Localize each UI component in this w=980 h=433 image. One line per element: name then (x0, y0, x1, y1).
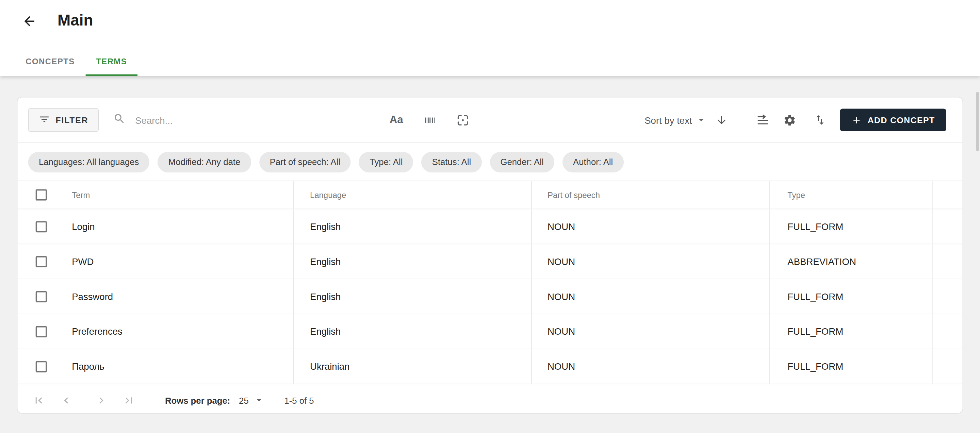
sort-direction-button[interactable] (716, 114, 727, 126)
sort-by-select[interactable]: Sort by text (644, 114, 707, 125)
term-cell: Пароль (72, 361, 105, 372)
column-header-overflow (932, 181, 963, 209)
barcode-icon[interactable] (423, 113, 436, 127)
type-cell: FULL_FORM (769, 279, 932, 314)
last-page-button[interactable] (123, 394, 135, 406)
table-header: Term Language Part of speech Type (18, 181, 962, 209)
chip-modified[interactable]: Modified: Any date (158, 151, 251, 172)
table-row[interactable]: Login English NOUN FULL_FORM (18, 209, 962, 244)
language-cell: English (293, 209, 531, 244)
part-of-speech-cell: NOUN (531, 209, 769, 244)
type-cell: FULL_FORM (769, 314, 932, 349)
table-row[interactable]: PWD English NOUN ABBREVIATION (18, 244, 962, 279)
focus-frame-icon[interactable] (456, 113, 469, 127)
filter-icon (39, 113, 50, 127)
type-cell: FULL_FORM (769, 209, 932, 244)
language-cell: English (293, 314, 531, 349)
terms-card: FILTER Aa Sort by text (17, 97, 963, 414)
row-checkbox[interactable] (36, 256, 47, 267)
table-row[interactable]: Preferences English NOUN FULL_FORM (18, 314, 962, 349)
chip-gender[interactable]: Gender: All (490, 151, 554, 172)
pagination-range-label: 1-5 of 5 (284, 395, 314, 405)
term-cell: Login (72, 221, 95, 232)
rows-per-page-value: 25 (239, 395, 249, 405)
part-of-speech-cell: NOUN (531, 279, 769, 314)
overflow-cell (932, 244, 963, 279)
part-of-speech-cell: NOUN (531, 349, 769, 384)
term-cell: Preferences (72, 326, 123, 337)
next-page-button[interactable] (95, 394, 108, 406)
chip-status[interactable]: Status: All (422, 151, 482, 172)
caret-down-icon (253, 395, 264, 406)
column-header-type: Type (769, 181, 932, 209)
table-row[interactable]: Password English NOUN FULL_FORM (18, 279, 962, 314)
back-button[interactable] (21, 14, 37, 31)
page-header: Main CONCEPTS TERMS (0, 0, 980, 76)
chip-author[interactable]: Author: All (563, 151, 624, 172)
toolbar-right-group: Sort by text (644, 109, 946, 131)
search-box (113, 113, 324, 128)
add-concept-button[interactable]: ADD CONCEPT (840, 109, 946, 131)
term-cell: Password (72, 291, 113, 302)
row-checkbox[interactable] (36, 221, 47, 232)
page-title: Main (57, 11, 93, 29)
search-input[interactable] (134, 114, 324, 126)
type-cell: ABBREVIATION (769, 244, 932, 279)
plus-icon (851, 115, 862, 125)
rows-per-page-select[interactable]: 25 (239, 395, 264, 406)
first-page-button[interactable] (33, 394, 45, 406)
first-page-icon (33, 393, 45, 407)
prev-page-icon (60, 393, 73, 407)
search-icon (113, 113, 126, 128)
filter-chip-row: Languages: All languages Modified: Any d… (18, 143, 962, 181)
table-footer: Rows per page: 25 1-5 of 5 (18, 384, 962, 414)
caret-down-icon (696, 114, 707, 125)
part-of-speech-cell: NOUN (531, 314, 769, 349)
rows-per-page-label: Rows per page: (165, 395, 230, 405)
terminology-page: Main CONCEPTS TERMS FILTER Aa (0, 0, 980, 433)
tab-bar: CONCEPTS TERMS (15, 49, 137, 76)
filter-button-label: FILTER (56, 115, 88, 125)
tab-terms[interactable]: TERMS (86, 49, 137, 76)
prev-page-button[interactable] (60, 394, 73, 406)
row-checkbox[interactable] (36, 291, 47, 302)
terms-toolbar: FILTER Aa Sort by text (18, 98, 962, 143)
scrollbar-thumb[interactable] (976, 92, 978, 151)
swap-vertical-icon[interactable] (814, 114, 827, 126)
column-header-part-of-speech: Part of speech (531, 181, 769, 209)
language-cell: English (293, 244, 531, 279)
table-row[interactable]: Пароль Ukrainian NOUN FULL_FORM (18, 349, 962, 384)
part-of-speech-cell: NOUN (531, 244, 769, 279)
overflow-cell (932, 349, 963, 384)
term-cell: PWD (72, 256, 94, 266)
chip-part-of-speech[interactable]: Part of speech: All (259, 151, 351, 172)
chip-languages[interactable]: Languages: All languages (28, 151, 150, 172)
next-page-icon (95, 393, 108, 407)
row-checkbox[interactable] (36, 326, 47, 337)
overflow-cell (932, 314, 963, 349)
overflow-cell (932, 209, 963, 244)
arrow-down-icon (716, 114, 727, 126)
case-sensitive-icon[interactable]: Aa (390, 114, 403, 126)
back-arrow-icon (22, 14, 37, 31)
language-cell: English (293, 279, 531, 314)
add-concept-label: ADD CONCEPT (868, 115, 935, 125)
column-header-term: Term (72, 190, 90, 200)
column-header-language: Language (293, 181, 531, 209)
overflow-cell (932, 279, 963, 314)
sort-by-label: Sort by text (644, 115, 692, 125)
tab-concepts[interactable]: CONCEPTS (15, 49, 86, 76)
chip-type[interactable]: Type: All (359, 151, 414, 172)
filter-button[interactable]: FILTER (28, 108, 99, 132)
row-checkbox[interactable] (36, 361, 47, 372)
type-cell: FULL_FORM (769, 349, 932, 384)
search-option-toggles: Aa (390, 113, 469, 127)
gear-icon[interactable] (783, 113, 797, 127)
select-all-checkbox[interactable] (36, 189, 47, 201)
wrap-text-icon[interactable] (756, 113, 770, 127)
last-page-icon (123, 393, 135, 407)
language-cell: Ukrainian (293, 349, 531, 384)
